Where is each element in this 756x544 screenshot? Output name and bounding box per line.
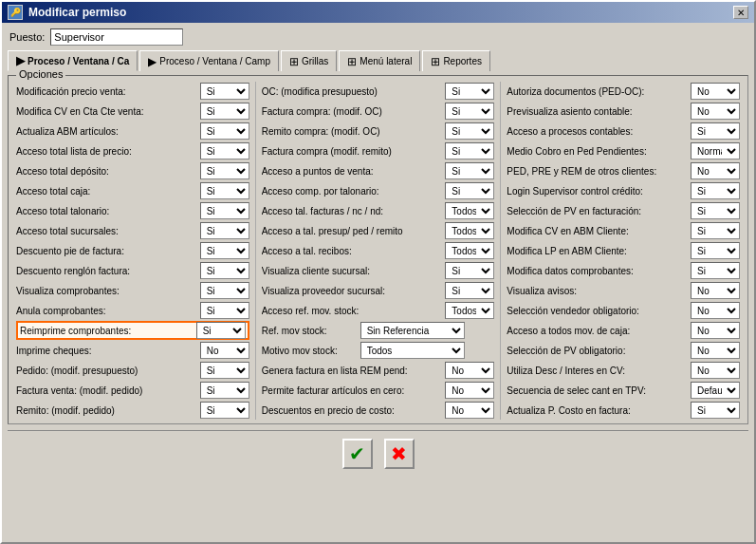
select-visualiza-comp[interactable]: SiNo	[200, 282, 249, 299]
select-login-supervisor[interactable]: SiNo	[691, 182, 740, 199]
select-acceso-tal-recibos[interactable]: TodosSiNo	[445, 242, 494, 259]
select-secuencia-selec-cant[interactable]: DefaultSiNo	[691, 382, 740, 399]
select-factura-compra-remito[interactable]: SiNo	[445, 142, 494, 159]
row-visualiza-comp: Visualiza comprobantes: SiNo	[16, 281, 249, 300]
row-actualiza-abm: Actualiza ABM artículos: SiNo	[16, 122, 249, 141]
select-acceso-lista-precio[interactable]: SiNo	[200, 142, 249, 159]
label-anula-comp: Anula comprobantes:	[16, 306, 177, 316]
select-motivo-mov-stock[interactable]: TodosSiNo	[360, 342, 465, 359]
select-reimprime-comp[interactable]: SiNo	[196, 322, 246, 339]
label-imprime-cheques: Imprime cheques:	[16, 346, 177, 356]
select-genera-factura-rem[interactable]: NoSi	[445, 362, 494, 379]
tab-reportes[interactable]: ⊞ Reportes	[422, 50, 490, 71]
row-remito-modif: Remito: (modif. pedido) SiNo	[16, 401, 249, 420]
row-utiliza-desc-interes: Utiliza Desc / Interes en CV: NoSi	[507, 361, 740, 380]
tab-bar: ▶ Proceso / Ventana / Ca ▶ Proceso / Ven…	[8, 50, 748, 71]
select-actualiza-p-costo[interactable]: SiNo	[691, 402, 740, 419]
row-ref-mov-stock: Ref. mov stock: Sin ReferenciaCon Refere…	[262, 321, 495, 340]
select-visualiza-proveedor-suc[interactable]: SiNo	[445, 282, 494, 299]
row-remito-compra-oc: Remito compra: (modif. OC) SiNo	[262, 122, 495, 141]
row-descuento-renglon: Descuento renglón factura: SiNo	[16, 261, 249, 280]
column-3: Autoriza documentos (PED-OC): NoSi Previ…	[507, 82, 740, 420]
label-descuento-renglon: Descuento renglón factura:	[16, 266, 177, 276]
cancel-button[interactable]: ✖	[384, 439, 415, 469]
select-mod-precio-venta[interactable]: SiNo	[200, 83, 249, 100]
tab-icon-4: ⊞	[347, 55, 357, 68]
select-seleccion-pv-obligatorio[interactable]: NoSi	[691, 342, 740, 359]
row-secuencia-selec-cant: Secuencia de selec cant en TPV: DefaultS…	[507, 381, 740, 400]
row-autoriza-docs: Autoriza documentos (PED-OC): NoSi	[507, 82, 740, 101]
cancel-icon: ✖	[391, 442, 407, 465]
select-utiliza-desc-interes[interactable]: NoSi	[691, 362, 740, 379]
select-acceso-ref-mov-stock[interactable]: TodosSiNo	[445, 302, 494, 319]
label-visualiza-proveedor-suc: Visualiza proveedor sucursal:	[262, 286, 423, 296]
select-acceso-caja[interactable]: SiNo	[200, 182, 249, 199]
select-acceso-comp-talonario[interactable]: SiNo	[445, 182, 494, 199]
label-factura-venta: Factura venta: (modif. pedido)	[16, 385, 177, 396]
select-imprime-cheques[interactable]: NoSi	[200, 342, 249, 359]
select-ped-pre-rem-otros[interactable]: NoSi	[691, 162, 740, 179]
select-remito-modif[interactable]: SiNo	[200, 402, 249, 419]
close-button[interactable]: ✕	[733, 6, 748, 19]
ok-icon: ✔	[349, 442, 365, 465]
select-modifica-lp-abm[interactable]: SiNo	[691, 242, 740, 259]
label-modifica-cv-cta: Modifica CV en Cta Cte venta:	[16, 106, 177, 117]
label-ref-mov-stock: Ref. mov stock:	[262, 326, 357, 336]
tab-label-1: Proceso / Ventana / Ca	[28, 56, 129, 66]
row-acceso-sucursales: Acceso total sucursales: SiNo	[16, 221, 249, 240]
row-seleccion-pv-facturacion: Selección de PV en facturación: SiNo	[507, 201, 740, 220]
select-pedido-modif[interactable]: SiNo	[200, 362, 249, 379]
label-acceso-todos-mov-caja: Acceso a todos mov. de caja:	[507, 326, 668, 336]
select-acceso-puntos-venta[interactable]: SiNo	[445, 162, 494, 179]
select-factura-compra-oc[interactable]: SiNo	[445, 103, 494, 120]
select-ref-mov-stock[interactable]: Sin ReferenciaCon Referencia	[360, 322, 465, 339]
row-acceso-ref-mov-stock: Acceso ref. mov. stock: TodosSiNo	[262, 301, 495, 320]
select-autoriza-docs[interactable]: NoSi	[691, 83, 740, 100]
label-acceso-tal-presup: Acceso a tal. presup/ ped / remito	[262, 226, 423, 236]
label-pedido-modif: Pedido: (modif. presupuesto)	[16, 366, 177, 376]
select-acceso-talonario[interactable]: SiNo	[200, 202, 249, 219]
label-ped-pre-rem-otros: PED, PRE y REM de otros clientes:	[507, 166, 668, 177]
select-factura-venta[interactable]: SiNo	[200, 382, 249, 399]
row-factura-compra-remito: Factura compra (modif. remito) SiNo	[262, 141, 495, 160]
select-acceso-tal-presup[interactable]: TodosSiNo	[445, 222, 494, 239]
label-login-supervisor: Login Supervisor control crédito:	[507, 186, 668, 197]
puesto-input[interactable]	[50, 28, 183, 46]
select-modifica-datos-comp[interactable]: SiNo	[691, 262, 740, 279]
row-oc-modifica: OC: (modifica presupuesto) SiNo	[262, 82, 495, 101]
tab-menu-lateral[interactable]: ⊞ Menú lateral	[339, 50, 420, 71]
row-acceso-lista-precio: Acceso total lista de precio: SiNo	[16, 141, 249, 160]
select-actualiza-abm[interactable]: SiNo	[200, 122, 249, 140]
select-descuento-renglon[interactable]: SiNo	[200, 262, 249, 279]
select-visualiza-avisos[interactable]: NoSi	[691, 282, 740, 299]
label-acceso-procesos-cont: Acceso a procesos contables:	[507, 126, 668, 137]
select-seleccion-pv-facturacion[interactable]: SiNo	[691, 202, 740, 219]
select-oc-modifica[interactable]: SiNo	[445, 83, 494, 100]
select-acceso-deposito[interactable]: SiNo	[200, 162, 249, 179]
select-descuento-pie[interactable]: SiNo	[200, 242, 249, 259]
select-modifica-cv-cta[interactable]: SiNo	[200, 103, 249, 120]
select-acceso-todos-mov-caja[interactable]: NoSi	[691, 322, 740, 339]
select-acceso-tal-facturas[interactable]: TodosSiNo	[445, 202, 494, 219]
ok-button[interactable]: ✔	[342, 439, 373, 469]
select-acceso-procesos-cont[interactable]: SiNo	[691, 122, 740, 140]
select-modifica-cv-abm[interactable]: SiNo	[691, 222, 740, 239]
select-medio-cobro-ped[interactable]: NormalSiNo	[691, 142, 740, 159]
select-acceso-sucursales[interactable]: SiNo	[200, 222, 249, 239]
row-visualiza-proveedor-suc: Visualiza proveedor sucursal: SiNo	[262, 281, 495, 300]
select-anula-comp[interactable]: SiNo	[200, 302, 249, 319]
tab-proceso-ventana-camp[interactable]: ▶ Proceso / Ventana / Camp	[139, 50, 279, 71]
row-login-supervisor: Login Supervisor control crédito: SiNo	[507, 181, 740, 200]
tab-grillas[interactable]: ⊞ Grillas	[281, 50, 337, 71]
label-remito-compra-oc: Remito compra: (modif. OC)	[262, 126, 423, 137]
select-descuentos-costo[interactable]: NoSi	[445, 402, 494, 419]
select-visualiza-cliente-suc[interactable]: SiNo	[445, 262, 494, 279]
select-permite-facturar-cero[interactable]: NoSi	[445, 382, 494, 399]
label-oc-modifica: OC: (modifica presupuesto)	[262, 86, 423, 97]
row-factura-compra-oc: Factura compra: (modif. OC) SiNo	[262, 102, 495, 121]
select-seleccion-vendedor[interactable]: NoSi	[691, 302, 740, 319]
row-acceso-comp-talonario: Acceso comp. por talonario: SiNo	[262, 181, 495, 200]
label-actualiza-abm: Actualiza ABM artículos:	[16, 126, 177, 137]
select-remito-compra-oc[interactable]: SiNo	[445, 122, 494, 140]
select-previsualiza-asiento[interactable]: NoSi	[691, 103, 740, 120]
